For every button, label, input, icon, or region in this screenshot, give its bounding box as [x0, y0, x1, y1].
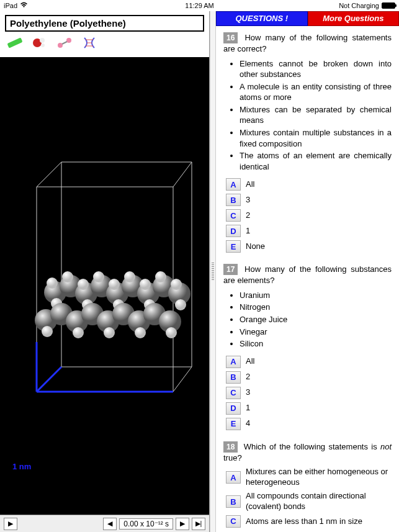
svg-point-2: [40, 38, 45, 43]
svg-line-11: [173, 162, 192, 187]
answer-button[interactable]: E: [226, 240, 241, 253]
answer-button[interactable]: B: [226, 371, 241, 384]
dna-icon[interactable]: [81, 35, 98, 53]
answer-text: 3: [246, 387, 392, 398]
answer-button[interactable]: B: [226, 194, 241, 206]
ruler-icon[interactable]: [6, 35, 24, 53]
answer-row: ENone: [226, 240, 392, 253]
answer-row: C2: [226, 209, 392, 222]
question-block: 18 Which of the following statements is …: [223, 441, 392, 532]
list-item: Uranium: [240, 290, 392, 301]
svg-point-53: [166, 327, 177, 338]
answer-text: All compounds contain directional (coval…: [246, 491, 392, 512]
answer-text: 1: [246, 403, 392, 413]
svg-line-6: [62, 42, 67, 44]
answer-text: All: [246, 179, 392, 190]
answer-row: CAtoms are less than 1 nm in size: [226, 515, 392, 528]
svg-point-28: [78, 279, 89, 290]
step-fwd-button[interactable]: ▶: [176, 518, 189, 530]
answer-button[interactable]: C: [226, 515, 241, 528]
answer-button[interactable]: A: [226, 356, 241, 368]
split-handle[interactable]: [210, 11, 216, 532]
answer-text: All: [246, 356, 392, 367]
list-item: A molecule is an entity consisting of th…: [240, 81, 392, 103]
answer-list: AAllB2C3D1E4: [226, 356, 392, 430]
wifi-icon: [20, 2, 28, 9]
answer-text: 3: [246, 195, 392, 205]
skip-end-button[interactable]: ▶|: [192, 518, 205, 530]
list-item: Orange Juice: [240, 314, 392, 325]
answer-list: AAllB3C2D1ENone: [226, 178, 392, 253]
svg-line-10: [37, 162, 61, 187]
answer-row: B2: [226, 371, 392, 384]
svg-point-34: [171, 279, 182, 290]
clock: 11:29 AM: [185, 2, 213, 9]
svg-point-50: [73, 327, 84, 338]
svg-point-3: [41, 43, 45, 47]
answer-text: None: [246, 241, 392, 252]
answer-row: AAll: [226, 178, 392, 191]
svg-point-30: [109, 279, 120, 290]
answer-row: D1: [226, 225, 392, 237]
answer-text: 2: [246, 210, 392, 221]
answer-row: D1: [226, 402, 392, 415]
answer-row: BAll compounds contain directional (cova…: [226, 491, 392, 512]
answer-row: AMixtures can be either homogeneous or h…: [226, 467, 392, 488]
answer-button[interactable]: A: [226, 471, 241, 484]
battery-icon: [382, 2, 395, 9]
list-item: Mixtures can be separated by chemical me…: [240, 104, 392, 126]
play-button[interactable]: ▶: [4, 518, 17, 530]
viewer-panel: Polyethylene (Polyethene): [0, 11, 210, 532]
svg-point-39: [175, 299, 186, 310]
tab-questions[interactable]: QUESTIONS !: [216, 11, 308, 26]
step-back-button[interactable]: ◀: [103, 518, 117, 530]
toolbar: [0, 34, 209, 57]
svg-point-33: [155, 271, 166, 282]
answer-button[interactable]: C: [226, 387, 241, 399]
answer-button[interactable]: C: [226, 209, 241, 222]
list-item: The atoms of an element are chemically i…: [240, 150, 392, 172]
question-block: 17 How many of the following substances …: [223, 264, 392, 430]
question-number: 16: [223, 32, 238, 43]
bond-icon[interactable]: [56, 35, 73, 53]
svg-point-51: [104, 327, 115, 338]
status-bar: iPad 11:29 AM Not Charging: [0, 0, 399, 11]
questions-panel[interactable]: QUESTIONS ! More Questions 16 How many o…: [216, 11, 399, 532]
answer-row: C3: [226, 387, 392, 399]
list-item: Mixtures contain multiple substances in …: [240, 127, 392, 149]
answer-button[interactable]: E: [226, 418, 241, 430]
sim-time: 0.00 x 10⁻¹² s: [119, 518, 173, 530]
question-number: 17: [223, 264, 238, 275]
answer-text: 4: [246, 418, 392, 429]
svg-point-52: [135, 327, 146, 338]
svg-line-16: [37, 367, 61, 392]
answer-text: Mixtures can be either homogeneous or he…: [246, 467, 392, 488]
svg-point-31: [124, 271, 135, 282]
list-item: Elements cannot be broken down into othe…: [240, 58, 392, 80]
answer-button[interactable]: B: [226, 495, 241, 508]
question-number: 18: [223, 441, 238, 453]
question-block: 16 How many of the following statements …: [223, 32, 392, 253]
tab-more-questions[interactable]: More Questions: [308, 11, 400, 26]
molecule-red-icon[interactable]: [31, 35, 48, 53]
question-text: 16 How many of the following statements …: [223, 32, 392, 55]
answer-button[interactable]: A: [226, 178, 241, 191]
axis-scale-label: 1 nm: [12, 462, 31, 471]
charge-status: Not Charging: [339, 2, 379, 9]
svg-point-49: [42, 326, 53, 337]
playback-bar: ▶ ◀ 0.00 x 10⁻¹² s ▶ ▶|: [0, 515, 209, 532]
list-item: Nitrogen: [240, 302, 392, 313]
svg-point-32: [140, 279, 151, 290]
answer-row: E4: [226, 418, 392, 430]
question-bullets: UraniumNitrogenOrange JuiceVinegarSilico…: [223, 290, 392, 349]
answer-text: 1: [246, 226, 392, 237]
answer-button[interactable]: D: [226, 225, 241, 237]
svg-rect-0: [7, 37, 22, 48]
answer-list: AMixtures can be either homogeneous or h…: [226, 467, 392, 532]
list-item: Silicon: [240, 338, 392, 349]
answer-button[interactable]: D: [226, 402, 241, 415]
answer-text: 2: [246, 372, 392, 382]
svg-point-29: [93, 271, 104, 282]
list-item: Vinegar: [240, 327, 392, 338]
molecule-viewer[interactable]: 1 nm: [0, 57, 209, 515]
